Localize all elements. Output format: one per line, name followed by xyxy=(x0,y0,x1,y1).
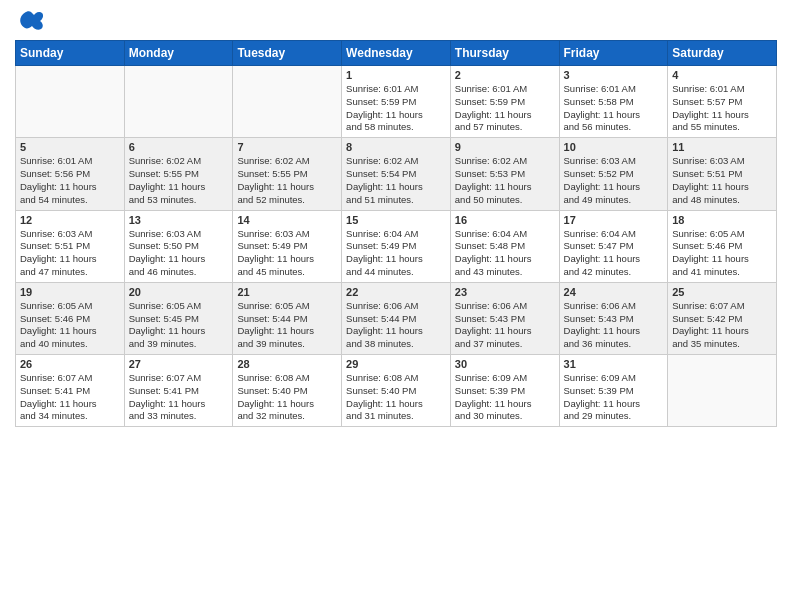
day-number: 8 xyxy=(346,141,446,153)
day-number: 25 xyxy=(672,286,772,298)
day-number: 16 xyxy=(455,214,555,226)
day-number: 21 xyxy=(237,286,337,298)
weekday-header-saturday: Saturday xyxy=(668,41,777,66)
calendar-day-31: 31Sunrise: 6:09 AM Sunset: 5:39 PM Dayli… xyxy=(559,355,668,427)
weekday-header-monday: Monday xyxy=(124,41,233,66)
day-number: 14 xyxy=(237,214,337,226)
day-number: 27 xyxy=(129,358,229,370)
day-info: Sunrise: 6:02 AM Sunset: 5:55 PM Dayligh… xyxy=(237,155,337,206)
calendar-day-3: 3Sunrise: 6:01 AM Sunset: 5:58 PM Daylig… xyxy=(559,66,668,138)
calendar-day-7: 7Sunrise: 6:02 AM Sunset: 5:55 PM Daylig… xyxy=(233,138,342,210)
calendar-week-2: 5Sunrise: 6:01 AM Sunset: 5:56 PM Daylig… xyxy=(16,138,777,210)
day-number: 6 xyxy=(129,141,229,153)
day-info: Sunrise: 6:03 AM Sunset: 5:49 PM Dayligh… xyxy=(237,228,337,279)
calendar-day-29: 29Sunrise: 6:08 AM Sunset: 5:40 PM Dayli… xyxy=(342,355,451,427)
day-info: Sunrise: 6:02 AM Sunset: 5:55 PM Dayligh… xyxy=(129,155,229,206)
day-info: Sunrise: 6:05 AM Sunset: 5:45 PM Dayligh… xyxy=(129,300,229,351)
calendar-day-20: 20Sunrise: 6:05 AM Sunset: 5:45 PM Dayli… xyxy=(124,282,233,354)
day-number: 20 xyxy=(129,286,229,298)
day-info: Sunrise: 6:08 AM Sunset: 5:40 PM Dayligh… xyxy=(237,372,337,423)
day-info: Sunrise: 6:02 AM Sunset: 5:53 PM Dayligh… xyxy=(455,155,555,206)
day-number: 17 xyxy=(564,214,664,226)
day-number: 30 xyxy=(455,358,555,370)
calendar-day-24: 24Sunrise: 6:06 AM Sunset: 5:43 PM Dayli… xyxy=(559,282,668,354)
day-number: 10 xyxy=(564,141,664,153)
day-info: Sunrise: 6:01 AM Sunset: 5:58 PM Dayligh… xyxy=(564,83,664,134)
calendar-day-28: 28Sunrise: 6:08 AM Sunset: 5:40 PM Dayli… xyxy=(233,355,342,427)
day-info: Sunrise: 6:07 AM Sunset: 5:42 PM Dayligh… xyxy=(672,300,772,351)
calendar-day-17: 17Sunrise: 6:04 AM Sunset: 5:47 PM Dayli… xyxy=(559,210,668,282)
day-info: Sunrise: 6:06 AM Sunset: 5:43 PM Dayligh… xyxy=(564,300,664,351)
weekday-header-tuesday: Tuesday xyxy=(233,41,342,66)
calendar-day-22: 22Sunrise: 6:06 AM Sunset: 5:44 PM Dayli… xyxy=(342,282,451,354)
calendar-day-19: 19Sunrise: 6:05 AM Sunset: 5:46 PM Dayli… xyxy=(16,282,125,354)
day-number: 9 xyxy=(455,141,555,153)
calendar-day-26: 26Sunrise: 6:07 AM Sunset: 5:41 PM Dayli… xyxy=(16,355,125,427)
calendar-day-5: 5Sunrise: 6:01 AM Sunset: 5:56 PM Daylig… xyxy=(16,138,125,210)
calendar-day-27: 27Sunrise: 6:07 AM Sunset: 5:41 PM Dayli… xyxy=(124,355,233,427)
calendar-day-15: 15Sunrise: 6:04 AM Sunset: 5:49 PM Dayli… xyxy=(342,210,451,282)
logo-row xyxy=(15,10,44,32)
day-number: 12 xyxy=(20,214,120,226)
day-info: Sunrise: 6:09 AM Sunset: 5:39 PM Dayligh… xyxy=(455,372,555,423)
day-info: Sunrise: 6:06 AM Sunset: 5:44 PM Dayligh… xyxy=(346,300,446,351)
calendar-day-2: 2Sunrise: 6:01 AM Sunset: 5:59 PM Daylig… xyxy=(450,66,559,138)
day-number: 26 xyxy=(20,358,120,370)
day-number: 28 xyxy=(237,358,337,370)
calendar-day-18: 18Sunrise: 6:05 AM Sunset: 5:46 PM Dayli… xyxy=(668,210,777,282)
header xyxy=(15,10,777,32)
day-info: Sunrise: 6:07 AM Sunset: 5:41 PM Dayligh… xyxy=(20,372,120,423)
day-info: Sunrise: 6:04 AM Sunset: 5:48 PM Dayligh… xyxy=(455,228,555,279)
day-info: Sunrise: 6:08 AM Sunset: 5:40 PM Dayligh… xyxy=(346,372,446,423)
day-number: 24 xyxy=(564,286,664,298)
day-info: Sunrise: 6:01 AM Sunset: 5:57 PM Dayligh… xyxy=(672,83,772,134)
day-number: 15 xyxy=(346,214,446,226)
day-info: Sunrise: 6:03 AM Sunset: 5:52 PM Dayligh… xyxy=(564,155,664,206)
calendar-day-1: 1Sunrise: 6:01 AM Sunset: 5:59 PM Daylig… xyxy=(342,66,451,138)
logo-bird-icon xyxy=(18,10,44,32)
day-info: Sunrise: 6:02 AM Sunset: 5:54 PM Dayligh… xyxy=(346,155,446,206)
logo xyxy=(15,10,44,32)
day-info: Sunrise: 6:09 AM Sunset: 5:39 PM Dayligh… xyxy=(564,372,664,423)
calendar-empty-cell xyxy=(668,355,777,427)
day-number: 4 xyxy=(672,69,772,81)
day-number: 19 xyxy=(20,286,120,298)
calendar-day-21: 21Sunrise: 6:05 AM Sunset: 5:44 PM Dayli… xyxy=(233,282,342,354)
day-info: Sunrise: 6:01 AM Sunset: 5:59 PM Dayligh… xyxy=(346,83,446,134)
calendar-empty-cell xyxy=(124,66,233,138)
weekday-header-row: SundayMondayTuesdayWednesdayThursdayFrid… xyxy=(16,41,777,66)
day-number: 2 xyxy=(455,69,555,81)
page: SundayMondayTuesdayWednesdayThursdayFrid… xyxy=(0,0,792,612)
day-info: Sunrise: 6:05 AM Sunset: 5:44 PM Dayligh… xyxy=(237,300,337,351)
day-info: Sunrise: 6:06 AM Sunset: 5:43 PM Dayligh… xyxy=(455,300,555,351)
calendar-day-4: 4Sunrise: 6:01 AM Sunset: 5:57 PM Daylig… xyxy=(668,66,777,138)
day-info: Sunrise: 6:01 AM Sunset: 5:56 PM Dayligh… xyxy=(20,155,120,206)
day-info: Sunrise: 6:05 AM Sunset: 5:46 PM Dayligh… xyxy=(672,228,772,279)
weekday-header-wednesday: Wednesday xyxy=(342,41,451,66)
calendar-day-14: 14Sunrise: 6:03 AM Sunset: 5:49 PM Dayli… xyxy=(233,210,342,282)
weekday-header-friday: Friday xyxy=(559,41,668,66)
day-number: 31 xyxy=(564,358,664,370)
calendar-day-23: 23Sunrise: 6:06 AM Sunset: 5:43 PM Dayli… xyxy=(450,282,559,354)
calendar-day-13: 13Sunrise: 6:03 AM Sunset: 5:50 PM Dayli… xyxy=(124,210,233,282)
day-info: Sunrise: 6:04 AM Sunset: 5:47 PM Dayligh… xyxy=(564,228,664,279)
calendar-table: SundayMondayTuesdayWednesdayThursdayFrid… xyxy=(15,40,777,427)
day-number: 7 xyxy=(237,141,337,153)
day-info: Sunrise: 6:03 AM Sunset: 5:51 PM Dayligh… xyxy=(20,228,120,279)
weekday-header-sunday: Sunday xyxy=(16,41,125,66)
calendar-day-8: 8Sunrise: 6:02 AM Sunset: 5:54 PM Daylig… xyxy=(342,138,451,210)
calendar-week-1: 1Sunrise: 6:01 AM Sunset: 5:59 PM Daylig… xyxy=(16,66,777,138)
calendar-day-12: 12Sunrise: 6:03 AM Sunset: 5:51 PM Dayli… xyxy=(16,210,125,282)
calendar-week-4: 19Sunrise: 6:05 AM Sunset: 5:46 PM Dayli… xyxy=(16,282,777,354)
calendar-empty-cell xyxy=(233,66,342,138)
day-number: 22 xyxy=(346,286,446,298)
day-info: Sunrise: 6:03 AM Sunset: 5:50 PM Dayligh… xyxy=(129,228,229,279)
calendar-day-6: 6Sunrise: 6:02 AM Sunset: 5:55 PM Daylig… xyxy=(124,138,233,210)
calendar-week-5: 26Sunrise: 6:07 AM Sunset: 5:41 PM Dayli… xyxy=(16,355,777,427)
calendar-day-16: 16Sunrise: 6:04 AM Sunset: 5:48 PM Dayli… xyxy=(450,210,559,282)
day-number: 29 xyxy=(346,358,446,370)
weekday-header-thursday: Thursday xyxy=(450,41,559,66)
day-number: 18 xyxy=(672,214,772,226)
day-info: Sunrise: 6:04 AM Sunset: 5:49 PM Dayligh… xyxy=(346,228,446,279)
calendar-empty-cell xyxy=(16,66,125,138)
